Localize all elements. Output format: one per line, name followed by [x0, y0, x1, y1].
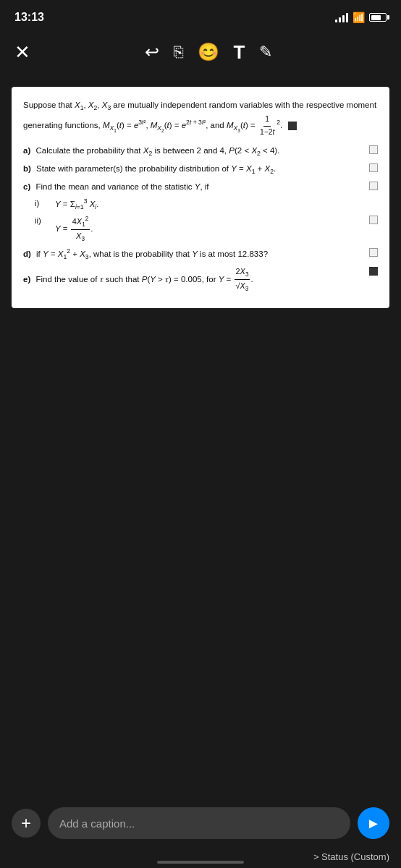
item-c-i: i) Y = Σi=13 Xi.: [35, 197, 378, 213]
home-indicator: [157, 861, 244, 864]
item-b-checkbox: [369, 163, 378, 172]
signal-bar-4: [346, 13, 348, 22]
text-format-icon[interactable]: T: [234, 41, 245, 64]
item-d-content: d) if Y = X12 + X3, what is the probabil…: [23, 247, 369, 263]
item-a: a) Calculate the probability that X2 is …: [23, 144, 378, 159]
toolbar-left: ✕: [14, 41, 30, 64]
signal-icon: [335, 12, 348, 22]
item-e-label: e): [23, 275, 30, 284]
signal-bar-2: [339, 17, 341, 22]
item-c-ii-checkbox: [369, 216, 378, 224]
item-c-content: c) Find the mean and variance of the sta…: [23, 180, 369, 193]
edit-icon[interactable]: ✎: [259, 43, 272, 61]
item-e: e) Find the value of 𝜏 such that P(Y > 𝜏…: [23, 265, 378, 294]
item-a-label: a): [23, 146, 30, 155]
item-c-i-text: Y = Σi=13 Xi.: [55, 197, 98, 213]
battery-fill: [371, 15, 381, 20]
item-e-text: Find the value of 𝜏 such that P(Y > 𝜏) =…: [35, 275, 253, 284]
item-d-text: if Y = X12 + X3, what is the probability…: [36, 250, 268, 258]
send-button[interactable]: ►: [358, 807, 389, 839]
intro-checkbox: [288, 122, 297, 130]
content-area: Suppose that X1, X2, X3 are mutually ind…: [12, 87, 389, 308]
item-c-ii-label: ii): [35, 214, 52, 227]
emoji-icon[interactable]: 😊: [198, 42, 219, 62]
item-a-checkbox: [369, 145, 378, 154]
item-c-label: c): [23, 182, 30, 191]
problem-intro: Suppose that X1, X2, X3 are mutually ind…: [23, 98, 378, 138]
status-icons: 📶: [335, 12, 387, 23]
caption-input[interactable]: Add a caption...: [48, 807, 350, 839]
toolbar: ✕ ↩ ⎘ 😊 T ✎: [0, 32, 401, 72]
item-c-i-label: i): [35, 197, 52, 210]
toolbar-center: ↩ ⎘ 😊 T ✎: [145, 41, 273, 64]
item-c: c) Find the mean and variance of the sta…: [23, 180, 378, 193]
wifi-icon: 📶: [353, 12, 365, 23]
item-b: b) State with parameter(s) the probabili…: [23, 162, 378, 177]
signal-bar-3: [342, 15, 345, 22]
item-e-checkbox: [369, 267, 378, 276]
item-b-label: b): [23, 164, 31, 173]
status-custom: > Status (Custom): [313, 851, 389, 862]
item-d: d) if Y = X12 + X3, what is the probabil…: [23, 247, 378, 263]
caption-row: + Add a caption... ►: [12, 807, 389, 839]
item-a-content: a) Calculate the probability that X2 is …: [23, 144, 369, 159]
item-a-text: Calculate the probability that X2 is bet…: [35, 146, 279, 155]
signal-bar-1: [335, 20, 337, 22]
caption-placeholder: Add a caption...: [59, 817, 135, 830]
bottom-area: + Add a caption... ►: [0, 807, 401, 839]
close-icon[interactable]: ✕: [14, 41, 30, 64]
send-icon: ►: [366, 815, 381, 832]
item-c-text: Find the mean and variance of the statis…: [35, 182, 208, 191]
undo-icon[interactable]: ↩: [145, 42, 159, 62]
status-time: 13:13: [14, 11, 44, 24]
status-bar: 13:13 📶: [0, 0, 401, 32]
intro-text: Suppose that X1, X2, X3 are mutually ind…: [23, 101, 376, 129]
item-d-checkbox: [369, 248, 378, 257]
item-b-content: b) State with parameter(s) the probabili…: [23, 162, 369, 177]
clipboard-icon[interactable]: ⎘: [174, 43, 183, 61]
battery-icon: [369, 13, 387, 22]
item-b-text: State with parameter(s) the probability …: [36, 164, 276, 173]
item-e-content: e) Find the value of 𝜏 such that P(Y > 𝜏…: [23, 265, 369, 294]
plus-icon: +: [21, 814, 31, 832]
status-custom-text: > Status (Custom): [313, 851, 389, 862]
item-c-checkbox: [369, 182, 378, 190]
problem-text: Suppose that X1, X2, X3 are mutually ind…: [23, 98, 378, 294]
plus-button[interactable]: +: [12, 809, 41, 838]
item-c-ii: ii) Y = 4X12 X3 .: [35, 214, 378, 244]
item-c-ii-text: Y = 4X12 X3 .: [55, 214, 93, 244]
item-d-label: d): [23, 250, 31, 258]
